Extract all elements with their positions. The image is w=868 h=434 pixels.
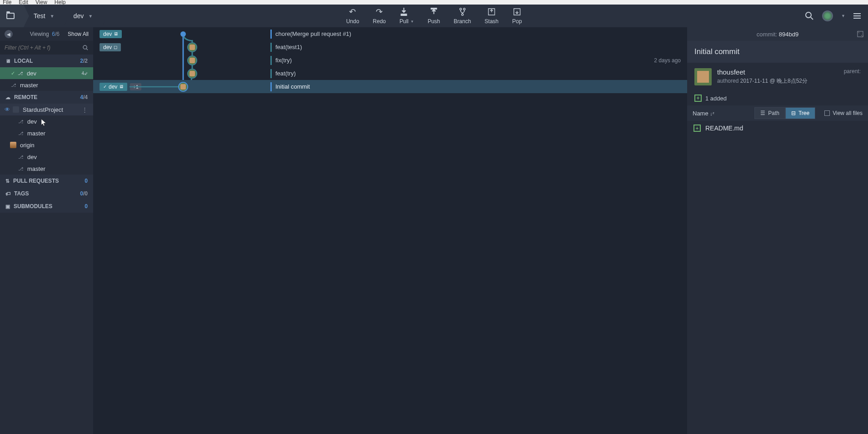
push-button[interactable]: Push	[428, 7, 440, 25]
view-all-files-toggle[interactable]: View all files	[824, 110, 863, 116]
viewing-label: Viewing 6/6	[30, 31, 60, 37]
remote-icon	[10, 142, 16, 148]
pop-icon	[514, 7, 521, 16]
commit-title: Initial commit	[687, 41, 868, 63]
section-submodules[interactable]: ▣ SUBMODULES 0	[0, 200, 93, 213]
stash-button[interactable]: Stash	[484, 7, 499, 25]
svg-point-5	[806, 12, 811, 18]
remote-origin-master[interactable]: ⎇ master	[0, 163, 93, 175]
user-avatar[interactable]	[822, 10, 833, 21]
commit-avatar	[178, 82, 188, 92]
avatar-icon: ◻	[114, 45, 117, 50]
redo-icon: ↷	[376, 7, 383, 16]
file-row[interactable]: + README.md	[687, 121, 868, 135]
toolbar: Test ▼ dev ▼ ↶ Undo ↷ Redo Pull ▼	[0, 5, 868, 27]
breadcrumb-repo[interactable]: Test ▼	[24, 5, 64, 27]
commit-avatar	[187, 69, 197, 79]
undo-icon: ↶	[349, 7, 356, 16]
local-branch-dev[interactable]: ✓ ⎇ dev 4⇙	[0, 67, 93, 79]
sidebar-header: ◀ Viewing 6/6 Show All	[0, 27, 93, 41]
branch-tag[interactable]: dev◻	[100, 43, 121, 51]
check-icon: ✓	[11, 70, 15, 76]
back-button[interactable]: ◀	[5, 30, 13, 38]
search-button[interactable]	[805, 11, 814, 20]
pull-dropdown[interactable]: ▼	[410, 20, 414, 24]
computer-icon: 🖥	[114, 31, 118, 36]
view-path-button[interactable]: ☰ Path	[754, 107, 785, 119]
branch-tag[interactable]: dev🖥	[100, 30, 122, 38]
section-pull-requests[interactable]: ⇅ PULL REQUESTS 0	[0, 175, 93, 187]
file-toolbar: Name ↓ᶻ ☰ Path ⊟ Tree View all files	[687, 105, 868, 121]
commit-message: Initial commit	[275, 83, 310, 90]
tag-icon: 🏷	[5, 191, 10, 196]
remote-stardust[interactable]: 👁 StardustProject ⋮	[0, 104, 93, 115]
more-icon[interactable]: ⋮	[82, 106, 88, 113]
file-name: README.md	[705, 125, 743, 132]
commit-detail-panel: commit: 894bd9 Initial commit thousfeet …	[687, 27, 868, 434]
branch-icon: ⎇	[18, 71, 23, 76]
undo-button[interactable]: ↶ Undo	[346, 7, 359, 25]
remote-origin-dev[interactable]: ⎇ dev	[0, 151, 93, 163]
settings-menu-button[interactable]	[853, 13, 861, 19]
chevron-down-icon: ▼	[88, 14, 93, 19]
check-icon: ✓	[103, 84, 107, 89]
author-avatar	[694, 68, 712, 85]
breadcrumb-repo-label: Test	[34, 12, 45, 20]
expand-icon[interactable]	[857, 31, 863, 37]
breadcrumb: Test ▼ dev ▼	[0, 5, 102, 27]
branch-icon: ⎇	[18, 119, 24, 124]
pop-button[interactable]: Pop	[512, 7, 522, 25]
pull-button[interactable]: Pull	[399, 7, 409, 25]
chevron-down-icon[interactable]: ▼	[841, 14, 845, 18]
svg-point-1	[463, 8, 465, 10]
submodule-icon: ▣	[5, 204, 10, 210]
remote-icon	[13, 106, 19, 113]
branch-icon: ⎇	[11, 83, 16, 88]
search-icon[interactable]	[82, 45, 89, 51]
commit-author: thousfeet authored 2017-11-11 @ 晚上8点52分 …	[687, 63, 868, 91]
branch-icon: ⎇	[18, 166, 24, 171]
author-date: authored 2017-11-11 @ 晚上8点52分	[717, 77, 838, 85]
commit-avatar	[187, 55, 197, 65]
added-icon: +	[694, 95, 702, 102]
author-name: thousfeet	[717, 68, 838, 76]
svg-point-0	[459, 8, 461, 10]
section-tags[interactable]: 🏷 TAGS 0/0	[0, 187, 93, 200]
computer-icon: 🖥	[119, 84, 124, 89]
commit-row[interactable]: feat(try)	[93, 67, 687, 80]
menu-bar[interactable]: File Edit View Help	[0, 0, 868, 5]
file-added-icon: +	[693, 125, 701, 132]
remote-stardust-master[interactable]: ⎇ master	[0, 127, 93, 139]
section-remote[interactable]: ☁ REMOTE 4/4	[0, 91, 93, 104]
view-tree-button[interactable]: ⊟ Tree	[785, 107, 815, 119]
commit-row[interactable]: fix(try) 2 days ago	[93, 54, 687, 67]
local-branch-master[interactable]: ⎇ master	[0, 79, 93, 91]
svg-point-2	[461, 14, 463, 15]
remote-stardust-dev[interactable]: ⎇ dev	[0, 115, 93, 127]
commit-graph: dev🖥 chore(Merge pull request #1) dev◻ f…	[93, 27, 687, 434]
computer-icon: 🖥	[5, 58, 10, 64]
show-all-button[interactable]: Show All	[68, 31, 89, 37]
sidebar: ◀ Viewing 6/6 Show All 🖥 LOCAL 2/2 ✓ ⎇ d…	[0, 27, 93, 434]
commit-row-selected[interactable]: ✓ dev 🖥 +1 Initial commit	[93, 80, 687, 93]
branch-tag[interactable]: ✓ dev 🖥	[100, 83, 127, 91]
commit-row[interactable]: dev🖥 chore(Merge pull request #1)	[93, 27, 687, 40]
branch-icon	[459, 7, 466, 16]
filter-input[interactable]	[5, 45, 82, 51]
commit-row[interactable]: dev◻ feat(test1)	[93, 40, 687, 54]
commit-message: feat(try)	[275, 70, 296, 77]
commit-message: feat(test1)	[275, 44, 302, 50]
branch-button[interactable]: Branch	[454, 7, 471, 25]
sort-name[interactable]: Name ↓ᶻ	[693, 110, 714, 117]
commit-hash[interactable]: 894bd9	[779, 31, 798, 38]
chevron-down-icon: ▼	[50, 14, 55, 19]
commit-avatar	[187, 42, 197, 52]
repo-folder-button[interactable]	[0, 5, 24, 27]
breadcrumb-branch[interactable]: dev ▼	[64, 5, 102, 27]
section-local[interactable]: 🖥 LOCAL 2/2	[0, 55, 93, 67]
commit-message: fix(try)	[275, 57, 292, 64]
folder-icon	[6, 13, 15, 19]
branch-icon: ⎇	[18, 131, 24, 136]
remote-origin[interactable]: origin	[0, 139, 93, 151]
redo-button[interactable]: ↷ Redo	[373, 7, 386, 25]
